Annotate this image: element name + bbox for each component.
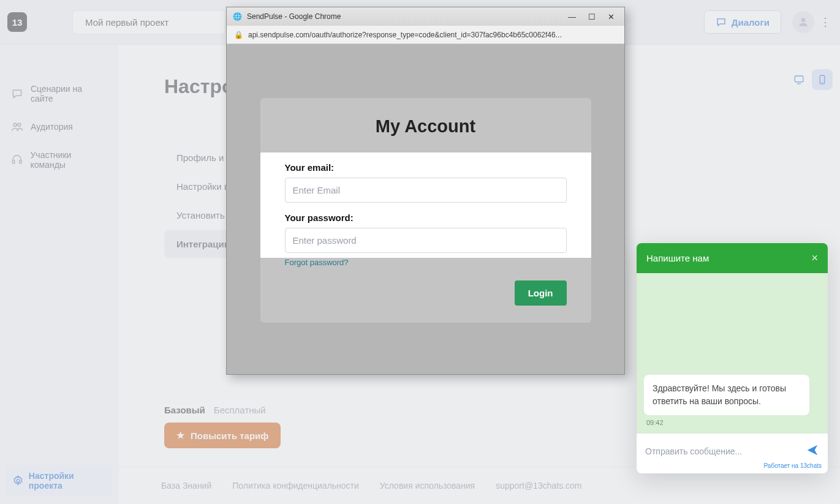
window-minimize-button[interactable]: — bbox=[564, 11, 580, 23]
password-field[interactable] bbox=[285, 228, 567, 253]
chat-send-button[interactable] bbox=[806, 443, 819, 459]
lock-icon: 🔒 bbox=[234, 31, 243, 39]
chat-input[interactable] bbox=[645, 446, 806, 456]
password-label: Your password: bbox=[285, 213, 567, 223]
window-close-button[interactable]: ✕ bbox=[604, 11, 618, 23]
chat-widget-title: Напишите нам bbox=[646, 253, 709, 263]
login-card: My Account Your email: Your password: Fo… bbox=[260, 98, 591, 323]
chat-body: Здравствуйте! Мы здесь и готовы ответить… bbox=[637, 273, 828, 434]
login-card-title: My Account bbox=[285, 116, 567, 137]
chat-widget: Напишите нам × Здравствуйте! Мы здесь и … bbox=[637, 243, 828, 473]
globe-icon: 🌐 bbox=[233, 12, 242, 21]
oauth-popup-window: 🌐 SendPulse - Google Chrome — ☐ ✕ 🔒 api.… bbox=[226, 7, 625, 375]
popup-url-text: api.sendpulse.com/oauth/authorize?respon… bbox=[248, 31, 562, 39]
email-field[interactable] bbox=[285, 178, 567, 203]
chat-message-bubble: Здравствуйте! Мы здесь и готовы ответить… bbox=[644, 375, 809, 415]
chat-message-time: 09:42 bbox=[646, 419, 820, 426]
chat-close-button[interactable]: × bbox=[811, 252, 818, 265]
popup-window-title: SendPulse - Google Chrome bbox=[247, 12, 341, 21]
chat-powered-by[interactable]: Работает на 13chats bbox=[637, 462, 828, 473]
window-maximize-button[interactable]: ☐ bbox=[585, 11, 599, 23]
forgot-password-link[interactable]: Forgot password? bbox=[285, 258, 567, 267]
popup-titlebar[interactable]: 🌐 SendPulse - Google Chrome — ☐ ✕ bbox=[227, 7, 624, 26]
send-icon bbox=[806, 443, 819, 457]
email-label: Your email: bbox=[285, 162, 567, 173]
login-button[interactable]: Login bbox=[515, 280, 567, 306]
chat-widget-header: Напишите нам × bbox=[637, 243, 828, 273]
popup-address-bar[interactable]: 🔒 api.sendpulse.com/oauth/authorize?resp… bbox=[227, 26, 624, 44]
